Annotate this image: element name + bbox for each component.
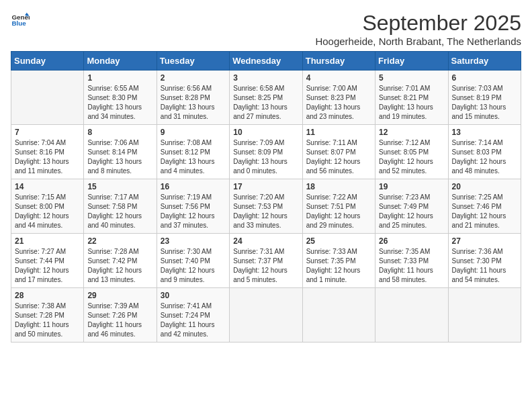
day-info: Sunrise: 7:20 AM Sunset: 7:53 PM Dayligh… bbox=[233, 193, 298, 230]
calendar-cell: 19Sunrise: 7:23 AM Sunset: 7:49 PM Dayli… bbox=[375, 179, 448, 234]
day-info: Sunrise: 7:00 AM Sunset: 8:23 PM Dayligh… bbox=[306, 84, 371, 122]
day-info: Sunrise: 7:12 AM Sunset: 8:05 PM Dayligh… bbox=[379, 138, 444, 176]
calendar-cell: 12Sunrise: 7:12 AM Sunset: 8:05 PM Dayli… bbox=[375, 125, 448, 179]
day-number: 20 bbox=[452, 182, 517, 191]
day-info: Sunrise: 7:41 AM Sunset: 7:24 PM Dayligh… bbox=[161, 302, 226, 339]
week-row-2: 7Sunrise: 7:04 AM Sunset: 8:16 PM Daylig… bbox=[11, 125, 521, 179]
day-info: Sunrise: 6:56 AM Sunset: 8:28 PM Dayligh… bbox=[161, 84, 226, 122]
day-number: 6 bbox=[452, 73, 517, 83]
day-number: 14 bbox=[15, 182, 80, 191]
day-info: Sunrise: 7:19 AM Sunset: 7:56 PM Dayligh… bbox=[161, 193, 226, 230]
calendar-cell: 28Sunrise: 7:38 AM Sunset: 7:28 PM Dayli… bbox=[11, 288, 84, 342]
day-info: Sunrise: 7:35 AM Sunset: 7:33 PM Dayligh… bbox=[379, 247, 444, 285]
svg-text:Blue: Blue bbox=[11, 19, 26, 27]
logo-icon: General Blue bbox=[11, 11, 30, 30]
day-number: 4 bbox=[306, 73, 371, 83]
day-header-tuesday: Tuesday bbox=[157, 52, 229, 71]
day-info: Sunrise: 7:30 AM Sunset: 7:40 PM Dayligh… bbox=[161, 247, 226, 285]
day-number: 2 bbox=[161, 73, 226, 83]
week-row-1: 1Sunrise: 6:55 AM Sunset: 8:30 PM Daylig… bbox=[11, 71, 521, 125]
day-number: 17 bbox=[233, 182, 298, 191]
day-info: Sunrise: 7:11 AM Sunset: 8:07 PM Dayligh… bbox=[306, 138, 371, 176]
day-header-monday: Monday bbox=[84, 52, 157, 71]
calendar-cell: 21Sunrise: 7:27 AM Sunset: 7:44 PM Dayli… bbox=[11, 234, 84, 288]
day-number: 3 bbox=[233, 73, 298, 83]
day-info: Sunrise: 7:01 AM Sunset: 8:21 PM Dayligh… bbox=[379, 84, 444, 122]
calendar-cell: 26Sunrise: 7:35 AM Sunset: 7:33 PM Dayli… bbox=[375, 234, 448, 288]
day-number: 30 bbox=[161, 291, 226, 300]
logo: General Blue bbox=[11, 11, 30, 30]
calendar-cell: 16Sunrise: 7:19 AM Sunset: 7:56 PM Dayli… bbox=[157, 179, 229, 234]
calendar-cell: 20Sunrise: 7:25 AM Sunset: 7:46 PM Dayli… bbox=[448, 179, 521, 234]
calendar-cell bbox=[11, 71, 84, 125]
day-info: Sunrise: 7:39 AM Sunset: 7:26 PM Dayligh… bbox=[87, 302, 152, 339]
day-info: Sunrise: 6:58 AM Sunset: 8:25 PM Dayligh… bbox=[233, 84, 298, 122]
day-number: 19 bbox=[379, 182, 444, 191]
day-info: Sunrise: 7:09 AM Sunset: 8:09 PM Dayligh… bbox=[233, 138, 298, 176]
calendar-cell bbox=[375, 288, 448, 342]
calendar-cell: 6Sunrise: 7:03 AM Sunset: 8:19 PM Daylig… bbox=[448, 71, 521, 125]
week-row-4: 21Sunrise: 7:27 AM Sunset: 7:44 PM Dayli… bbox=[11, 234, 521, 288]
calendar-cell bbox=[448, 288, 521, 342]
day-header-wednesday: Wednesday bbox=[230, 52, 302, 71]
calendar-cell: 22Sunrise: 7:28 AM Sunset: 7:42 PM Dayli… bbox=[84, 234, 157, 288]
day-info: Sunrise: 7:06 AM Sunset: 8:14 PM Dayligh… bbox=[87, 138, 152, 176]
calendar-cell: 1Sunrise: 6:55 AM Sunset: 8:30 PM Daylig… bbox=[84, 71, 157, 125]
day-number: 1 bbox=[87, 73, 152, 83]
calendar-cell: 15Sunrise: 7:17 AM Sunset: 7:58 PM Dayli… bbox=[84, 179, 157, 234]
calendar-cell bbox=[302, 288, 375, 342]
day-info: Sunrise: 7:03 AM Sunset: 8:19 PM Dayligh… bbox=[452, 84, 517, 122]
day-info: Sunrise: 7:28 AM Sunset: 7:42 PM Dayligh… bbox=[87, 247, 152, 285]
day-info: Sunrise: 7:33 AM Sunset: 7:35 PM Dayligh… bbox=[306, 247, 371, 285]
calendar-cell: 3Sunrise: 6:58 AM Sunset: 8:25 PM Daylig… bbox=[230, 71, 302, 125]
calendar-cell: 23Sunrise: 7:30 AM Sunset: 7:40 PM Dayli… bbox=[157, 234, 229, 288]
calendar-cell: 7Sunrise: 7:04 AM Sunset: 8:16 PM Daylig… bbox=[11, 125, 84, 179]
day-info: Sunrise: 7:38 AM Sunset: 7:28 PM Dayligh… bbox=[15, 302, 80, 339]
day-info: Sunrise: 7:14 AM Sunset: 8:03 PM Dayligh… bbox=[452, 138, 517, 176]
calendar-cell: 4Sunrise: 7:00 AM Sunset: 8:23 PM Daylig… bbox=[302, 71, 375, 125]
calendar-cell: 30Sunrise: 7:41 AM Sunset: 7:24 PM Dayli… bbox=[157, 288, 229, 342]
calendar-cell: 24Sunrise: 7:31 AM Sunset: 7:37 PM Dayli… bbox=[230, 234, 302, 288]
day-info: Sunrise: 7:27 AM Sunset: 7:44 PM Dayligh… bbox=[15, 247, 80, 285]
day-info: Sunrise: 7:17 AM Sunset: 7:58 PM Dayligh… bbox=[87, 193, 152, 230]
day-number: 16 bbox=[161, 182, 226, 191]
calendar-cell: 11Sunrise: 7:11 AM Sunset: 8:07 PM Dayli… bbox=[302, 125, 375, 179]
day-number: 12 bbox=[379, 128, 444, 137]
day-number: 29 bbox=[87, 291, 152, 300]
calendar-table: SundayMondayTuesdayWednesdayThursdayFrid… bbox=[11, 51, 521, 342]
day-number: 18 bbox=[306, 182, 371, 191]
day-number: 9 bbox=[161, 128, 226, 137]
day-info: Sunrise: 7:25 AM Sunset: 7:46 PM Dayligh… bbox=[452, 193, 517, 230]
day-info: Sunrise: 6:55 AM Sunset: 8:30 PM Dayligh… bbox=[87, 84, 152, 122]
day-number: 24 bbox=[233, 236, 298, 246]
calendar-cell: 18Sunrise: 7:22 AM Sunset: 7:51 PM Dayli… bbox=[302, 179, 375, 234]
day-header-sunday: Sunday bbox=[11, 52, 84, 71]
day-header-thursday: Thursday bbox=[302, 52, 375, 71]
day-header-saturday: Saturday bbox=[448, 52, 521, 71]
day-number: 22 bbox=[87, 236, 152, 246]
day-info: Sunrise: 7:31 AM Sunset: 7:37 PM Dayligh… bbox=[233, 247, 298, 285]
day-number: 26 bbox=[379, 236, 444, 246]
day-number: 25 bbox=[306, 236, 371, 246]
day-number: 21 bbox=[15, 236, 80, 246]
calendar-cell: 29Sunrise: 7:39 AM Sunset: 7:26 PM Dayli… bbox=[84, 288, 157, 342]
calendar-cell: 25Sunrise: 7:33 AM Sunset: 7:35 PM Dayli… bbox=[302, 234, 375, 288]
day-number: 10 bbox=[233, 128, 298, 137]
month-title: September 2025 bbox=[315, 11, 521, 36]
calendar-cell: 17Sunrise: 7:20 AM Sunset: 7:53 PM Dayli… bbox=[230, 179, 302, 234]
calendar-cell: 5Sunrise: 7:01 AM Sunset: 8:21 PM Daylig… bbox=[375, 71, 448, 125]
calendar-cell: 14Sunrise: 7:15 AM Sunset: 8:00 PM Dayli… bbox=[11, 179, 84, 234]
day-number: 7 bbox=[15, 128, 80, 137]
header-row: SundayMondayTuesdayWednesdayThursdayFrid… bbox=[11, 52, 521, 71]
calendar-cell: 27Sunrise: 7:36 AM Sunset: 7:30 PM Dayli… bbox=[448, 234, 521, 288]
title-area: September 2025 Hoogerheide, North Braban… bbox=[315, 11, 521, 47]
location-subtitle: Hoogerheide, North Brabant, The Netherla… bbox=[315, 36, 521, 47]
day-number: 28 bbox=[15, 291, 80, 300]
day-info: Sunrise: 7:23 AM Sunset: 7:49 PM Dayligh… bbox=[379, 193, 444, 230]
day-info: Sunrise: 7:15 AM Sunset: 8:00 PM Dayligh… bbox=[15, 193, 80, 230]
day-number: 23 bbox=[161, 236, 226, 246]
calendar-cell: 2Sunrise: 6:56 AM Sunset: 8:28 PM Daylig… bbox=[157, 71, 229, 125]
calendar-cell: 10Sunrise: 7:09 AM Sunset: 8:09 PM Dayli… bbox=[230, 125, 302, 179]
day-info: Sunrise: 7:08 AM Sunset: 8:12 PM Dayligh… bbox=[161, 138, 226, 176]
day-number: 15 bbox=[87, 182, 152, 191]
